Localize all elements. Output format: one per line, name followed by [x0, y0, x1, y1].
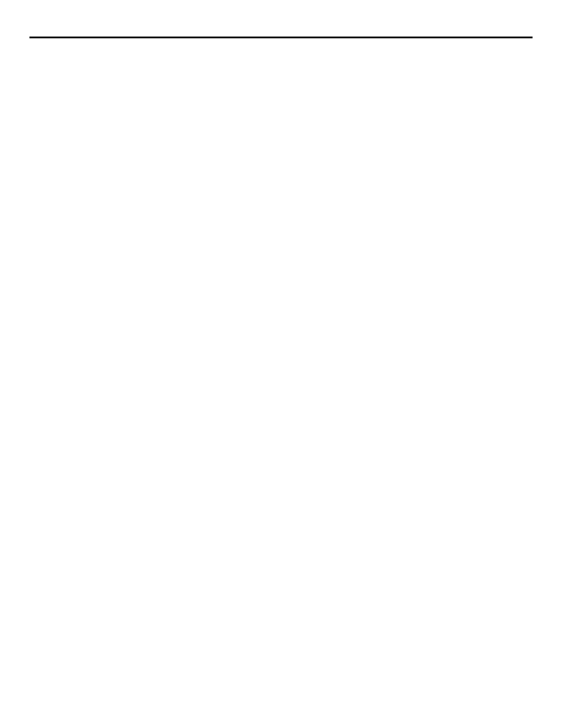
page-rule [29, 37, 533, 38]
